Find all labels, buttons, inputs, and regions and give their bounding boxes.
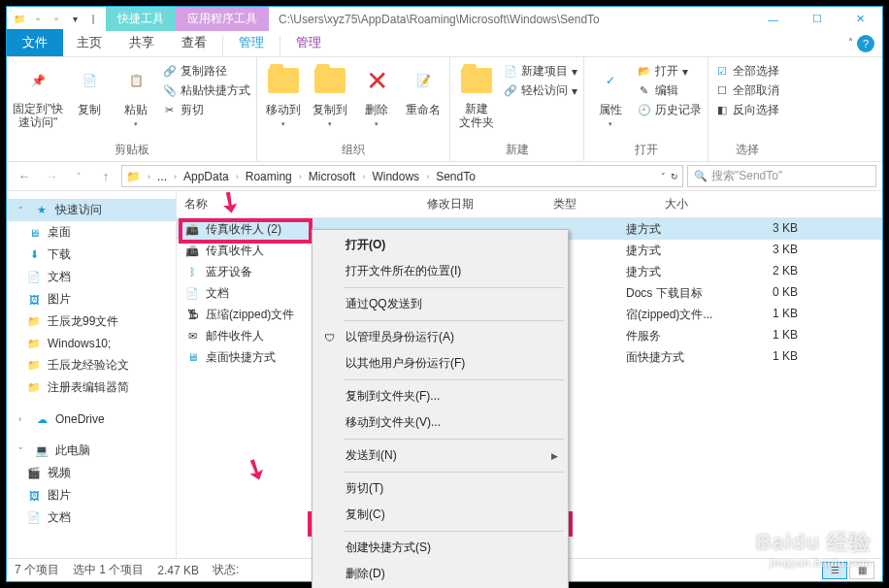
open-item[interactable]: 📂打开▾: [637, 63, 702, 80]
properties-button[interactable]: ✓属性▾: [590, 61, 631, 128]
group-label-new: 新建: [456, 140, 577, 161]
tab-home[interactable]: 主页: [63, 29, 115, 56]
select-all[interactable]: ☑全部选择: [714, 63, 779, 80]
easy-access[interactable]: 🔗轻松访问▾: [503, 82, 577, 99]
newfolder-button[interactable]: 新建 文件夹: [456, 61, 497, 130]
nav-pictures2[interactable]: 🖼图片: [7, 484, 176, 506]
nav-f1[interactable]: 📁壬辰龙99文件: [7, 310, 176, 333]
nav-thispc[interactable]: ˅💻此电脑: [7, 440, 176, 462]
copyto-button[interactable]: 复制到▾: [310, 61, 350, 128]
search-input[interactable]: 🔍搜索"SendTo": [687, 165, 876, 187]
ctx-send-to[interactable]: 发送到(N)▶: [314, 442, 566, 469]
up-button[interactable]: ↑: [94, 165, 117, 188]
tooltab-app[interactable]: 应用程序工具: [176, 7, 269, 31]
nav-videos[interactable]: 🎬视频: [7, 462, 176, 484]
watermark: Baidu 经验 jingyan.baidu.com: [756, 528, 872, 569]
back-button[interactable]: ←: [13, 165, 36, 188]
rename-button[interactable]: 📝重命名: [403, 61, 444, 118]
help-icon[interactable]: ?: [857, 35, 874, 52]
folder-icon: 📁: [12, 12, 27, 27]
separator: |: [85, 12, 101, 27]
status-state: 状态:: [213, 562, 239, 578]
bc-roaming[interactable]: Roaming: [242, 170, 296, 183]
status-selected: 选中 1 个项目: [73, 562, 144, 578]
group-label-select: 选择: [714, 140, 779, 161]
copy-path[interactable]: 🔗复制路径: [162, 63, 250, 80]
nav-onedrive[interactable]: ›☁OneDrive: [7, 408, 176, 430]
invert-selection[interactable]: ◧反向选择: [714, 102, 779, 118]
nav-documents[interactable]: 📄文档: [7, 266, 176, 288]
new-item[interactable]: 📄新建项目▾: [503, 63, 577, 80]
group-label-organize: 组织: [263, 140, 444, 161]
column-headers[interactable]: 名称 修改日期 类型 大小: [177, 191, 882, 218]
explorer-window: 📁 ▫ ▫ ▾ | 快捷工具 应用程序工具 C:\Users\xyz75\App…: [6, 6, 883, 582]
ribbon-group-open: ✓属性▾ 📂打开▾ ✎编辑 🕘历史记录 打开: [584, 57, 708, 161]
copy-button[interactable]: 📄复制: [69, 61, 110, 118]
ribbon-group-organize: 移动到▾ 复制到▾ ✕删除▾ 📝重命名 组织: [257, 57, 450, 161]
delete-button[interactable]: ✕删除▾: [356, 61, 397, 128]
ctx-copy-to-folder[interactable]: 复制到文件夹(F)...: [314, 383, 566, 409]
collapse-ribbon-icon[interactable]: ˄: [848, 37, 853, 48]
tab-manage1[interactable]: 管理: [225, 29, 278, 56]
search-icon: 🔍: [694, 170, 708, 182]
bc-microsoft[interactable]: Microsoft: [305, 170, 360, 183]
edit-item[interactable]: ✎编辑: [637, 82, 702, 99]
ribbon-group-select: ☑全部选择 ☐全部取消 ◧反向选择 选择: [708, 57, 785, 161]
nav-f2[interactable]: 📁Windows10;: [7, 333, 176, 354]
nav-documents2[interactable]: 📄文档: [7, 506, 176, 529]
bc-windows[interactable]: Windows: [368, 170, 423, 183]
tab-share[interactable]: 共享: [115, 29, 168, 56]
ctx-move-to-folder[interactable]: 移动到文件夹(V)...: [314, 409, 566, 436]
pin-button[interactable]: 📌固定到"快 速访问": [13, 61, 63, 130]
col-size[interactable]: 大小: [665, 196, 882, 212]
col-type[interactable]: 类型: [553, 196, 665, 212]
nav-pictures[interactable]: 🖼图片: [7, 288, 176, 310]
moveto-button[interactable]: 移动到▾: [263, 61, 304, 128]
close-button[interactable]: ✕: [839, 7, 882, 31]
group-label-clipboard: 剪贴板: [13, 140, 250, 161]
bc-appdata[interactable]: AppData: [180, 170, 233, 183]
history-item[interactable]: 🕘历史记录: [637, 102, 702, 118]
tab-view[interactable]: 查看: [168, 29, 220, 56]
minimize-button[interactable]: —: [751, 7, 795, 31]
ctx-run-admin[interactable]: 🛡以管理员身份运行(A): [314, 324, 566, 350]
ctx-open[interactable]: 打开(O): [314, 232, 566, 258]
col-modified[interactable]: 修改日期: [427, 196, 553, 212]
navigation-pane[interactable]: ˅★快速访问 🖥桌面 ⬇下载 📄文档 🖼图片 📁壬辰龙99文件 📁Windows…: [7, 191, 177, 558]
paste-button[interactable]: 📋粘贴▾: [115, 61, 156, 128]
tab-manage2[interactable]: 管理: [282, 29, 335, 56]
breadcrumb[interactable]: 📁 › ... › AppData› Roaming› Microsoft› W…: [121, 165, 683, 187]
status-count: 7 个项目: [15, 562, 59, 578]
paste-shortcut[interactable]: 📎粘贴快捷方式: [162, 82, 250, 99]
maximize-button[interactable]: ☐: [795, 7, 839, 31]
tab-file[interactable]: 文件: [7, 29, 63, 56]
cut[interactable]: ✂剪切: [162, 102, 250, 118]
ctx-qq-send[interactable]: 通过QQ发送到: [314, 291, 566, 317]
nav-downloads[interactable]: ⬇下载: [7, 244, 176, 266]
ctx-delete[interactable]: 删除(D): [314, 561, 566, 587]
select-none[interactable]: ☐全部取消: [714, 82, 779, 99]
nav-f3[interactable]: 📁壬辰龙经验论文: [7, 354, 176, 376]
tooltab-shortcut[interactable]: 快捷工具: [106, 7, 176, 31]
ribbon-tabs: 文件 主页 共享 查看 管理 管理 ˄ ?: [7, 31, 882, 57]
title-bar: 📁 ▫ ▫ ▾ | 快捷工具 应用程序工具 C:\Users\xyz75\App…: [7, 7, 882, 31]
window-title-path: C:\Users\xyz75\AppData\Roaming\Microsoft…: [269, 13, 751, 26]
nav-f4[interactable]: 📁注册表编辑器简: [7, 376, 176, 399]
qat-dropdown[interactable]: ▾: [67, 12, 82, 27]
folder-icon: 📁: [122, 170, 145, 183]
ctx-create-shortcut[interactable]: 创建快捷方式(S): [314, 535, 566, 561]
nav-desktop[interactable]: 🖥桌面: [7, 221, 176, 244]
ribbon: 📌固定到"快 速访问" 📄复制 📋粘贴▾ 🔗复制路径 📎粘贴快捷方式 ✂剪切 剪…: [7, 57, 882, 162]
qat-btn2[interactable]: ▫: [49, 12, 64, 27]
history-dropdown[interactable]: ˅: [67, 165, 90, 188]
ctx-run-otheruser[interactable]: 以其他用户身份运行(F): [314, 350, 566, 376]
ctx-cut[interactable]: 剪切(T): [314, 475, 566, 502]
bc-sendto[interactable]: SendTo: [432, 170, 479, 183]
nav-quick-access[interactable]: ˅★快速访问: [7, 199, 176, 221]
ctx-open-location[interactable]: 打开文件所在的位置(I): [314, 258, 566, 284]
ctx-copy[interactable]: 复制(C): [314, 502, 566, 528]
quick-access-toolbar: 📁 ▫ ▫ ▾ |: [7, 12, 106, 27]
forward-button[interactable]: →: [40, 165, 63, 188]
qat-btn1[interactable]: ▫: [30, 12, 46, 27]
col-name[interactable]: 名称: [184, 196, 427, 212]
